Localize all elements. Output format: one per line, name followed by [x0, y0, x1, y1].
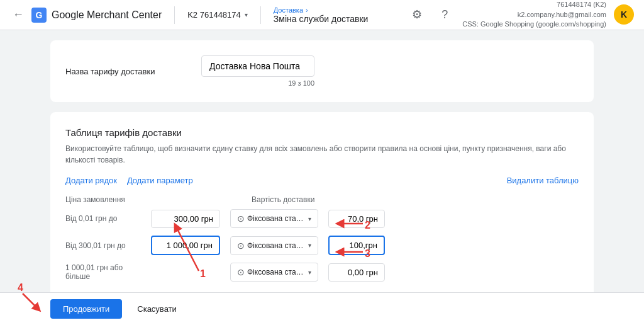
delivery-name-card: Назва тарифу доставки 19 з 100 — [50, 40, 594, 102]
user-email: k2.company.hub@gmail.com — [462, 10, 606, 20]
shipping-amount-3[interactable] — [328, 263, 385, 282]
settings-button[interactable]: ⚙ — [407, 4, 427, 25]
shipping-type-arrow-2: ▾ — [308, 242, 311, 249]
table-actions-left: Додати рядок Додати параметр — [65, 176, 193, 185]
breadcrumb: Доставка › Зміна служби доставки — [274, 6, 369, 24]
header-left: ← G Google Merchant Center K2 761448174 … — [10, 6, 368, 24]
shipping-icon-3: ⊙ — [237, 267, 245, 277]
shipping-type-select-2[interactable]: ⊙ Фіксована ста… ▾ — [230, 236, 318, 255]
cancel-button[interactable]: Скасувати — [127, 299, 187, 319]
add-row-button[interactable]: Додати рядок — [65, 176, 117, 185]
rate-table-desc: Використовуйте таблицю, щоб визначити єд… — [65, 143, 579, 166]
google-logo: G — [31, 8, 47, 23]
shipping-type-select-3[interactable]: ⊙ Фіксована ста… ▾ — [230, 263, 318, 282]
shipping-type-arrow-3: ▾ — [308, 269, 311, 276]
shipping-amount-2[interactable] — [328, 236, 385, 255]
col-price-label: Ціна замовлення — [65, 195, 242, 204]
char-count: 19 з 100 — [201, 79, 314, 87]
shipping-type-text-3: Фіксована ста… — [247, 268, 306, 277]
rate-range-label-2: Від 300,01 грн до — [65, 241, 141, 250]
breadcrumb-arrow: › — [306, 6, 308, 14]
rate-range-label-1: Від 0,01 грн до — [65, 214, 141, 223]
header-divider-1 — [174, 6, 175, 24]
continue-button[interactable]: Продовжити — [50, 299, 122, 319]
avatar[interactable]: K — [614, 4, 634, 25]
shipping-type-arrow-1: ▾ — [308, 215, 311, 222]
rate-table: Ціна замовлення Вартість доставки Від 0,… — [65, 195, 579, 282]
account-dropdown-arrow[interactable]: ▾ — [245, 11, 248, 18]
delivery-name-input[interactable] — [201, 55, 314, 77]
shipping-type-text-2: Фіксована ста… — [247, 241, 306, 250]
shipping-type-select-1[interactable]: ⊙ Фіксована ста… ▾ — [230, 209, 318, 228]
rate-table-card: Таблиця тарифів доставки Використовуйте … — [50, 112, 594, 292]
rate-row-2: Від 300,01 грн до ⊙ Фіксована ста… ▾ — [65, 236, 579, 255]
user-css: CSS: Google Shopping (google.com/shoppin… — [462, 20, 606, 29]
rate-range-label-3: 1 000,01 грн або більше — [65, 263, 141, 281]
breadcrumb-parent-label: Доставка — [274, 6, 303, 14]
shipping-type-text-1: Фіксована ста… — [247, 214, 306, 223]
breadcrumb-parent-link[interactable]: Доставка › — [274, 6, 369, 14]
shipping-icon-2: ⊙ — [237, 241, 245, 251]
help-button[interactable]: ? — [435, 4, 455, 25]
shipping-icon-1: ⊙ — [237, 214, 245, 224]
user-id: 761448174 (K2) — [462, 0, 606, 9]
main-content: Назва тарифу доставки 19 з 100 Таблиця т… — [0, 30, 644, 292]
header-divider-2 — [260, 6, 261, 24]
user-info: 761448174 (K2) k2.company.hub@gmail.com … — [462, 0, 606, 29]
delivery-name-input-wrapper: 19 з 100 — [201, 55, 314, 87]
account-id[interactable]: K2 761448174 — [187, 10, 241, 20]
header: ← G Google Merchant Center K2 761448174 … — [0, 0, 644, 30]
rate-row-3: 1 000,01 грн або більше ⊙ Фіксована ста…… — [65, 263, 579, 282]
footer: Продовжити Скасувати — [0, 292, 644, 325]
page-title: Зміна служби доставки — [274, 14, 369, 24]
delete-table-button[interactable]: Видалити таблицю — [507, 176, 579, 185]
back-button[interactable]: ← — [10, 6, 26, 24]
rate-row-1: Від 0,01 грн до ⊙ Фіксована ста… ▾ — [65, 209, 579, 228]
col-shipping-label: Вартість доставки — [252, 195, 579, 204]
price-input-2[interactable] — [151, 236, 220, 255]
rate-table-header: Ціна замовлення Вартість доставки — [65, 195, 579, 204]
price-input-1[interactable] — [151, 210, 220, 228]
rate-table-title: Таблиця тарифів доставки — [65, 127, 579, 138]
add-param-button[interactable]: Додати параметр — [127, 176, 193, 185]
delivery-name-field-row: Назва тарифу доставки 19 з 100 — [65, 55, 579, 87]
header-right: ⚙ ? 761448174 (K2) k2.company.hub@gmail.… — [407, 0, 634, 29]
app-title: Google Merchant Center — [52, 9, 162, 21]
shipping-amount-1[interactable] — [328, 210, 385, 228]
table-actions: Додати рядок Додати параметр Видалити та… — [65, 176, 579, 185]
account-info: K2 761448174 ▾ — [187, 10, 248, 20]
delivery-name-label: Назва тарифу доставки — [65, 67, 191, 76]
